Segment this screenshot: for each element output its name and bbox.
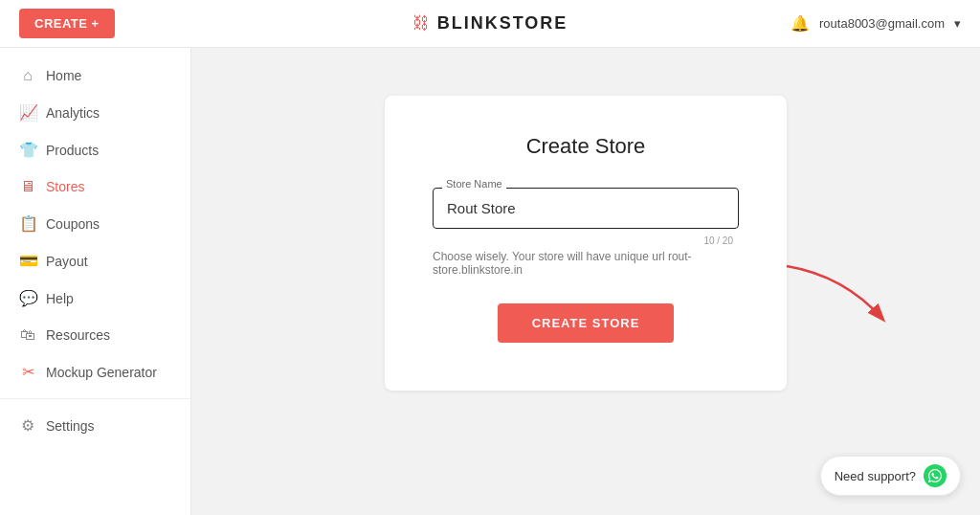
hint-text: Choose wisely. Your store will have uniq… — [433, 250, 739, 277]
analytics-icon: 📈 — [19, 103, 36, 122]
resources-icon: 🛍 — [19, 326, 36, 344]
sidebar-item-label: Stores — [46, 179, 84, 194]
create-store-button[interactable]: CREATE STORE — [498, 303, 675, 343]
sidebar-item-label: Analytics — [46, 105, 100, 121]
notification-icon[interactable]: 🔔 — [791, 14, 810, 33]
store-name-input[interactable] — [433, 188, 739, 229]
support-label: Need support? — [835, 469, 916, 483]
app-header: CREATE + ⛓ BLINKSTORE 🔔 routa8003@gmail.… — [0, 0, 980, 48]
sidebar-item-label: Mockup Generator — [46, 365, 157, 380]
card-title: Create Store — [433, 134, 739, 159]
store-name-label: Store Name — [442, 178, 506, 190]
settings-icon: ⚙ — [19, 416, 36, 435]
sidebar: ⌂ Home 📈 Analytics 👕 Products 🖥 Stores 📋… — [0, 48, 191, 515]
arrow-annotation — [777, 257, 902, 333]
sidebar-item-label: Products — [46, 143, 99, 158]
logo-area: ⛓ BLINKSTORE — [412, 13, 568, 34]
sidebar-item-mockup[interactable]: ✂ Mockup Generator — [0, 353, 190, 391]
sidebar-item-resources[interactable]: 🛍 Resources — [0, 317, 190, 353]
sidebar-item-coupons[interactable]: 📋 Coupons — [0, 205, 190, 242]
logo-icon: ⛓ — [412, 13, 430, 34]
sidebar-item-products[interactable]: 👕 Products — [0, 131, 190, 168]
create-store-card: Create Store Store Name 10 / 20 Choose w… — [385, 96, 787, 391]
products-icon: 👕 — [19, 141, 36, 159]
sidebar-item-analytics[interactable]: 📈 Analytics — [0, 94, 190, 131]
sidebar-divider — [0, 398, 190, 399]
home-icon: ⌂ — [19, 67, 36, 84]
user-email: routa8003@gmail.com — [819, 16, 945, 31]
sidebar-item-label: Resources — [46, 327, 110, 343]
coupons-icon: 📋 — [19, 214, 36, 233]
payout-icon: 💳 — [19, 252, 36, 270]
sidebar-item-label: Settings — [46, 418, 95, 434]
char-count: 10 / 20 — [703, 235, 733, 246]
sidebar-item-home[interactable]: ⌂ Home — [0, 57, 190, 94]
chevron-down-icon: ▾ — [954, 16, 961, 31]
main-content: Create Store Store Name 10 / 20 Choose w… — [191, 48, 980, 515]
sidebar-item-stores[interactable]: 🖥 Stores — [0, 168, 190, 205]
sidebar-item-label: Home — [46, 68, 81, 83]
store-name-field-wrapper: Store Name 10 / 20 — [433, 188, 739, 229]
sidebar-item-label: Payout — [46, 254, 88, 269]
create-button[interactable]: CREATE + — [19, 9, 115, 38]
stores-icon: 🖥 — [19, 178, 36, 195]
help-icon: 💬 — [19, 289, 36, 307]
sidebar-item-payout[interactable]: 💳 Payout — [0, 242, 190, 280]
sidebar-item-label: Coupons — [46, 216, 100, 232]
mockup-icon: ✂ — [19, 363, 36, 381]
user-menu[interactable]: 🔔 routa8003@gmail.com ▾ — [791, 14, 961, 33]
logo-text: BLINKSTORE — [437, 13, 568, 34]
support-button[interactable]: Need support? — [820, 456, 961, 496]
sidebar-item-help[interactable]: 💬 Help — [0, 280, 190, 317]
sidebar-item-settings[interactable]: ⚙ Settings — [0, 407, 190, 444]
whatsapp-icon — [924, 464, 947, 487]
app-layout: ⌂ Home 📈 Analytics 👕 Products 🖥 Stores 📋… — [0, 48, 980, 515]
sidebar-item-label: Help — [46, 291, 74, 306]
